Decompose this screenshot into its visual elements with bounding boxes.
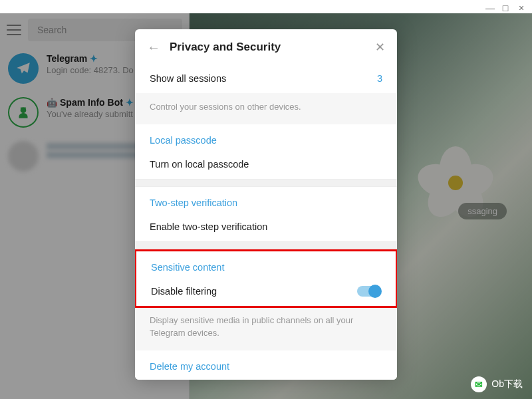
minimize-button[interactable]: —	[485, 3, 493, 12]
separator	[135, 179, 397, 187]
delete-account-link[interactable]: Delete my account	[135, 350, 397, 380]
highlighted-section: Sensitive content Disable filtering	[135, 249, 397, 308]
row-label: Enable two-step verification	[150, 221, 267, 232]
row-label: Turn on local passcode	[150, 159, 249, 170]
separator	[135, 241, 397, 249]
local-passcode-title: Local passcode	[135, 124, 397, 150]
maximize-button[interactable]: □	[501, 3, 509, 12]
sensitive-hint: Display sensitive media in public channe…	[135, 308, 397, 350]
window-controls: — □ ×	[479, 0, 532, 15]
sessions-count: 3	[377, 73, 382, 84]
modal-title: Privacy and Security	[170, 41, 366, 54]
disable-filtering-row[interactable]: Disable filtering	[136, 277, 396, 306]
watermark: ✉ Ob下载	[471, 376, 523, 392]
row-label: Show all sessions	[150, 73, 226, 84]
back-arrow-icon[interactable]: ←	[147, 41, 160, 54]
watermark-text: Ob下载	[491, 378, 523, 390]
enable-two-step-row[interactable]: Enable two-step verification	[135, 212, 397, 241]
turn-on-passcode-row[interactable]: Turn on local passcode	[135, 150, 397, 179]
two-step-title: Two-step verification	[135, 187, 397, 212]
show-sessions-row[interactable]: Show all sessions 3	[135, 64, 397, 93]
sessions-hint: Control your sessions on other devices.	[135, 93, 397, 124]
close-window-button[interactable]: ×	[517, 3, 525, 12]
privacy-security-modal: ← Privacy and Security ✕ Show all sessio…	[135, 29, 397, 380]
wechat-icon: ✉	[471, 376, 487, 392]
sensitive-content-title: Sensitive content	[136, 251, 396, 277]
filtering-toggle[interactable]	[357, 286, 381, 297]
close-icon[interactable]: ✕	[375, 40, 385, 55]
row-label: Disable filtering	[151, 286, 217, 297]
modal-header: ← Privacy and Security ✕	[135, 29, 397, 64]
